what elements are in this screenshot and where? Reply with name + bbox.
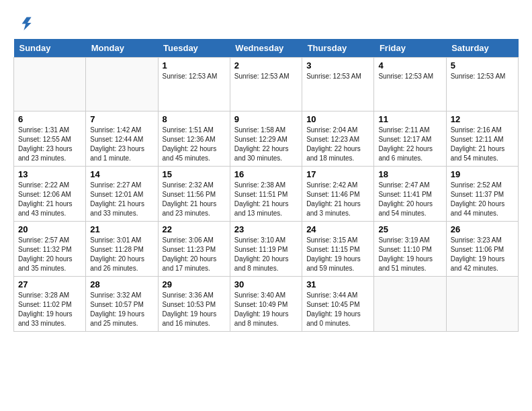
header-day: Wednesday xyxy=(230,39,302,58)
calendar-cell: 9Sunrise: 1:58 AM Sunset: 12:29 AM Dayli… xyxy=(230,111,302,167)
header-day: Saturday xyxy=(446,39,518,58)
day-info: Sunrise: 2:16 AM Sunset: 12:11 AM Daylig… xyxy=(451,126,514,163)
day-info: Sunrise: 3:19 AM Sunset: 11:10 PM Daylig… xyxy=(378,236,441,273)
day-info: Sunrise: 1:31 AM Sunset: 12:55 AM Daylig… xyxy=(18,126,81,163)
calendar-cell: 29Sunrise: 3:36 AM Sunset: 10:53 PM Dayl… xyxy=(158,277,230,332)
calendar-cell: 4Sunrise: 12:53 AM xyxy=(374,58,446,111)
page-header xyxy=(13,13,519,32)
day-number: 28 xyxy=(90,279,153,289)
day-info: Sunrise: 2:11 AM Sunset: 12:17 AM Daylig… xyxy=(378,126,441,163)
header-day: Friday xyxy=(374,39,446,58)
day-info: Sunrise: 3:01 AM Sunset: 11:28 PM Daylig… xyxy=(90,236,153,273)
day-number: 1 xyxy=(163,60,226,71)
logo-icon xyxy=(13,13,32,32)
day-number: 7 xyxy=(90,114,153,124)
calendar-cell: 21Sunrise: 3:01 AM Sunset: 11:28 PM Dayl… xyxy=(86,222,158,277)
day-number: 13 xyxy=(18,169,81,179)
day-info: Sunrise: 3:28 AM Sunset: 11:02 PM Daylig… xyxy=(18,291,81,328)
day-number: 12 xyxy=(451,114,514,124)
day-number: 14 xyxy=(90,169,153,179)
calendar-cell: 25Sunrise: 3:19 AM Sunset: 11:10 PM Dayl… xyxy=(374,222,446,277)
calendar-cell: 10Sunrise: 2:04 AM Sunset: 12:23 AM Dayl… xyxy=(302,111,374,167)
day-info: Sunrise: 1:42 AM Sunset: 12:44 AM Daylig… xyxy=(90,126,153,163)
calendar-cell: 7Sunrise: 1:42 AM Sunset: 12:44 AM Dayli… xyxy=(86,111,158,167)
day-info: Sunrise: 12:53 AM xyxy=(234,72,298,81)
day-number: 9 xyxy=(234,114,298,124)
calendar-cell: 24Sunrise: 3:15 AM Sunset: 11:15 PM Dayl… xyxy=(302,222,374,277)
day-info: Sunrise: 2:04 AM Sunset: 12:23 AM Daylig… xyxy=(306,126,369,163)
day-info: Sunrise: 3:10 AM Sunset: 11:19 PM Daylig… xyxy=(234,236,298,273)
calendar-cell: 8Sunrise: 1:51 AM Sunset: 12:36 AM Dayli… xyxy=(158,111,230,167)
day-info: Sunrise: 3:15 AM Sunset: 11:15 PM Daylig… xyxy=(306,236,369,273)
day-info: Sunrise: 12:53 AM xyxy=(306,72,369,81)
day-number: 31 xyxy=(306,279,369,289)
day-info: Sunrise: 12:53 AM xyxy=(451,72,514,81)
day-info: Sunrise: 2:42 AM Sunset: 11:46 PM Daylig… xyxy=(306,181,369,218)
calendar-cell: 13Sunrise: 2:22 AM Sunset: 12:06 AM Dayl… xyxy=(14,167,86,222)
calendar-cell: 12Sunrise: 2:16 AM Sunset: 12:11 AM Dayl… xyxy=(446,111,518,167)
header-day: Thursday xyxy=(302,39,374,58)
calendar-cell: 31Sunrise: 3:44 AM Sunset: 10:45 PM Dayl… xyxy=(302,277,374,332)
day-number: 2 xyxy=(234,60,298,71)
day-number: 16 xyxy=(234,169,298,179)
day-number: 24 xyxy=(306,224,369,234)
day-info: Sunrise: 12:53 AM xyxy=(163,72,226,81)
header-day: Tuesday xyxy=(158,39,230,58)
day-info: Sunrise: 3:44 AM Sunset: 10:45 PM Daylig… xyxy=(306,291,369,328)
calendar-cell: 15Sunrise: 2:32 AM Sunset: 11:56 PM Dayl… xyxy=(158,167,230,222)
day-number: 15 xyxy=(163,169,226,179)
day-number: 30 xyxy=(234,279,298,289)
calendar-cell: 17Sunrise: 2:42 AM Sunset: 11:46 PM Dayl… xyxy=(302,167,374,222)
calendar-cell: 20Sunrise: 2:57 AM Sunset: 11:32 PM Dayl… xyxy=(14,222,86,277)
calendar-cell: 3Sunrise: 12:53 AM xyxy=(302,58,374,111)
day-number: 19 xyxy=(451,169,514,179)
calendar-cell: 16Sunrise: 2:38 AM Sunset: 11:51 PM Dayl… xyxy=(230,167,302,222)
day-number: 21 xyxy=(90,224,153,234)
calendar-cell: 27Sunrise: 3:28 AM Sunset: 11:02 PM Dayl… xyxy=(14,277,86,332)
day-number: 22 xyxy=(163,224,226,234)
day-number: 18 xyxy=(378,169,441,179)
calendar-week-row: 27Sunrise: 3:28 AM Sunset: 11:02 PM Dayl… xyxy=(14,277,519,332)
day-number: 25 xyxy=(378,224,441,234)
calendar-cell: 2Sunrise: 12:53 AM xyxy=(230,58,302,111)
calendar-cell: 19Sunrise: 2:52 AM Sunset: 11:37 PM Dayl… xyxy=(446,167,518,222)
day-info: Sunrise: 3:36 AM Sunset: 10:53 PM Daylig… xyxy=(163,291,226,328)
calendar-cell xyxy=(86,58,158,111)
day-number: 8 xyxy=(163,114,226,124)
calendar-cell: 14Sunrise: 2:27 AM Sunset: 12:01 AM Dayl… xyxy=(86,167,158,222)
calendar-cell: 23Sunrise: 3:10 AM Sunset: 11:19 PM Dayl… xyxy=(230,222,302,277)
calendar-week-row: 1Sunrise: 12:53 AM2Sunrise: 12:53 AM3Sun… xyxy=(14,58,519,111)
day-info: Sunrise: 2:38 AM Sunset: 11:51 PM Daylig… xyxy=(234,181,298,218)
calendar-cell: 18Sunrise: 2:47 AM Sunset: 11:41 PM Dayl… xyxy=(374,167,446,222)
calendar-cell: 30Sunrise: 3:40 AM Sunset: 10:49 PM Dayl… xyxy=(230,277,302,332)
day-info: Sunrise: 2:52 AM Sunset: 11:37 PM Daylig… xyxy=(451,181,514,218)
calendar-cell: 26Sunrise: 3:23 AM Sunset: 11:06 PM Dayl… xyxy=(446,222,518,277)
day-number: 11 xyxy=(378,114,441,124)
header-day: Monday xyxy=(86,39,158,58)
calendar-cell xyxy=(446,277,518,332)
calendar-cell: 22Sunrise: 3:06 AM Sunset: 11:23 PM Dayl… xyxy=(158,222,230,277)
day-info: Sunrise: 1:58 AM Sunset: 12:29 AM Daylig… xyxy=(234,126,298,163)
day-number: 17 xyxy=(306,169,369,179)
calendar-week-row: 20Sunrise: 2:57 AM Sunset: 11:32 PM Dayl… xyxy=(14,222,519,277)
header-day: Sunday xyxy=(14,39,86,58)
day-info: Sunrise: 2:22 AM Sunset: 12:06 AM Daylig… xyxy=(18,181,81,218)
day-info: Sunrise: 3:32 AM Sunset: 10:57 PM Daylig… xyxy=(90,291,153,328)
day-info: Sunrise: 2:57 AM Sunset: 11:32 PM Daylig… xyxy=(18,236,81,273)
day-number: 23 xyxy=(234,224,298,234)
logo xyxy=(13,13,35,32)
day-number: 27 xyxy=(18,279,81,289)
calendar-cell xyxy=(14,58,86,111)
day-number: 29 xyxy=(163,279,226,289)
day-number: 4 xyxy=(378,60,441,71)
header-row: SundayMondayTuesdayWednesdayThursdayFrid… xyxy=(14,39,519,58)
day-info: Sunrise: 2:32 AM Sunset: 11:56 PM Daylig… xyxy=(163,181,226,218)
calendar-table: SundayMondayTuesdayWednesdayThursdayFrid… xyxy=(13,39,519,332)
day-info: Sunrise: 3:06 AM Sunset: 11:23 PM Daylig… xyxy=(163,236,226,273)
calendar-cell: 6Sunrise: 1:31 AM Sunset: 12:55 AM Dayli… xyxy=(14,111,86,167)
calendar-week-row: 6Sunrise: 1:31 AM Sunset: 12:55 AM Dayli… xyxy=(14,111,519,167)
calendar-cell: 28Sunrise: 3:32 AM Sunset: 10:57 PM Dayl… xyxy=(86,277,158,332)
day-number: 6 xyxy=(18,114,81,124)
day-number: 26 xyxy=(451,224,514,234)
day-info: Sunrise: 2:47 AM Sunset: 11:41 PM Daylig… xyxy=(378,181,441,218)
